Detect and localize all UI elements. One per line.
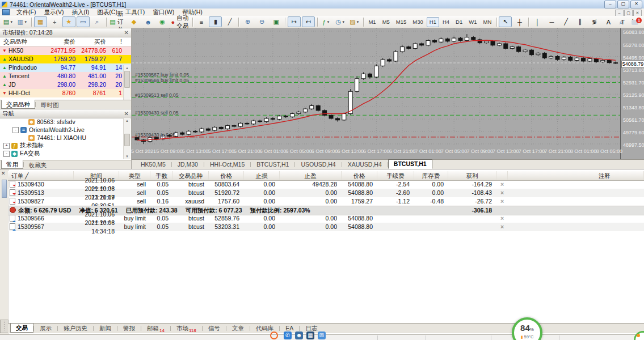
taskbar-app-icon[interactable]: ✆	[284, 332, 292, 339]
close-button[interactable]: ✕	[630, 1, 642, 8]
zoom-in-button[interactable]: ⊕	[241, 16, 254, 27]
taskbar-app-icon[interactable]	[270, 332, 278, 339]
timeframe-m5-button[interactable]: M5	[380, 17, 393, 27]
taskbar-app-icon[interactable]: ▦	[306, 332, 314, 339]
orders-column-3[interactable]: 手数	[150, 171, 173, 180]
market-watch-row-tencent[interactable]: ▲Tencent480.80481.0020	[0, 72, 131, 80]
terminal-vertical-tab[interactable]: ⋮⋮	[0, 320, 9, 333]
market-watch-row-hhi-oct[interactable]: ▼HHI-Oct876087611	[0, 89, 131, 97]
strategy-tester-button[interactable]: ⌕	[91, 16, 104, 27]
text-button[interactable]: A	[602, 16, 615, 27]
price-chart[interactable]	[132, 28, 620, 145]
navigator-tab-1[interactable]: 收藏夹	[24, 160, 52, 169]
navigator-tab-0[interactable]: 常用	[1, 160, 23, 169]
market-watch-row-hk50[interactable]: ▼HK5024771.9524778.05610	[0, 46, 131, 55]
data-window-toggle[interactable]: +	[48, 16, 61, 27]
new-chart-button[interactable]: ▤▼	[2, 16, 15, 27]
menu-item-f[interactable]: 文件(F)	[12, 8, 40, 15]
orders-column-5[interactable]: 价格	[209, 171, 244, 180]
orders-column-11[interactable]: 获利	[448, 171, 496, 180]
terminal-close-icon[interactable]: ✕	[1, 171, 6, 176]
orders-column-8[interactable]: 价格	[342, 171, 377, 180]
terminal-tab-5[interactable]: 邮箱14	[141, 324, 170, 333]
chart-tab-1[interactable]: JD,M30	[172, 160, 204, 169]
market-watch-row-xauusd[interactable]: ▲XAUUSD1759.201759.277	[0, 55, 131, 63]
terminal-tab-3[interactable]: 新闻	[94, 324, 117, 333]
navigator-toggle[interactable]: ★	[62, 16, 75, 27]
market-watch-row-jd[interactable]: ▲JD298.00298.2020	[0, 80, 131, 89]
orders-column-2[interactable]: 类型	[119, 171, 150, 180]
scrollbar-thumb[interactable]	[124, 71, 130, 88]
chart-tab-4[interactable]: USOUSD,H4	[295, 160, 341, 169]
crosshair-button[interactable]: ┼	[513, 16, 526, 27]
chart-shift-button[interactable]: ↤	[302, 16, 315, 27]
tile-windows-button[interactable]: ▣	[270, 16, 283, 27]
navigator-item-ea[interactable]: -◆EA交易	[0, 150, 124, 158]
scrollbar-thumb[interactable]	[124, 134, 130, 146]
timeframe-d1-button[interactable]: D1	[453, 17, 465, 27]
terminal-toggle[interactable]: ▭	[77, 16, 90, 27]
market-watch-row-pinduoduo[interactable]: ▲Pinduoduo94.7794.9114	[0, 63, 131, 72]
navigator-header[interactable]: 导航 ✕	[0, 109, 131, 118]
menu-item-w[interactable]: 窗口(W)	[149, 8, 178, 15]
titlebar[interactable]: 74461: OrientalWealth2-Live - [BTCUST,H1…	[0, 0, 644, 9]
price-axis[interactable]: 56083.8055278.0054495.9053713.8052931.70…	[620, 28, 644, 159]
menu-item-t[interactable]: 工具(T)	[121, 8, 149, 15]
trendline-button[interactable]: ╱	[559, 16, 573, 27]
profiles-button[interactable]: ▥▼	[16, 16, 29, 27]
indicators-button[interactable]: ƒ▼	[319, 16, 332, 27]
autotrading-button[interactable]: ●自动交易	[170, 16, 190, 27]
terminal-tab-8[interactable]: 文章	[226, 324, 250, 333]
terminal-tab-1[interactable]: 展示	[34, 324, 57, 333]
scroll-up-icon[interactable]: ▲	[124, 65, 131, 71]
timeframe-m30-button[interactable]: M30	[410, 17, 426, 27]
market-watch-tab-0[interactable]: 交易品种	[1, 100, 35, 109]
vertical-line-button[interactable]: │	[531, 16, 544, 27]
close-order-icon[interactable]: ×	[496, 197, 508, 206]
terminal-tab-7[interactable]: 信号	[203, 324, 226, 333]
terminal-drag-grip[interactable]	[2, 180, 7, 198]
chart-tab-5[interactable]: XAUUSD,H4	[342, 160, 388, 169]
search-icon[interactable]: ⌕	[614, 17, 628, 28]
zoom-out-button[interactable]: ⊖	[255, 16, 268, 27]
candles-mode-button[interactable]: ▮	[209, 16, 222, 27]
navigator-item-74461lixiaohu[interactable]: ☻74461: LI XIAOHU	[0, 134, 124, 142]
fibonacci-button[interactable]: ≶	[588, 16, 601, 27]
market-watch-column-headers[interactable]: 交易品种卖价买价!	[0, 37, 131, 46]
cursor-button[interactable]: ↖	[499, 16, 512, 27]
timeframe-w1-button[interactable]: W1	[466, 17, 479, 27]
chart-tab-0[interactable]: HK50,M5	[135, 160, 171, 169]
close-order-icon[interactable]: ×	[496, 189, 508, 197]
new-order-button[interactable]: ▤新订单	[108, 16, 126, 27]
orders-column-13[interactable]: 注释	[508, 171, 644, 180]
chart-tab-6[interactable]: BTCUST,H1	[388, 159, 432, 169]
orders-column-6[interactable]: 止损	[244, 171, 280, 180]
market-watch-close-icon[interactable]: ✕	[124, 29, 129, 36]
orders-column-9[interactable]: 手续费	[377, 171, 414, 180]
periods-button[interactable]: ◷▼	[334, 16, 347, 27]
maximize-button[interactable]: ▢	[617, 1, 629, 8]
notifications-icon[interactable]: 1	[632, 19, 641, 27]
order-row-15309567[interactable]: 153095672021.10.06 14:34:18buy limit0.05…	[8, 223, 644, 231]
templates-button[interactable]: ▨▼	[348, 16, 361, 27]
terminal-tab-6[interactable]: 市场118	[171, 324, 202, 333]
metaeditor-button[interactable]: ◆	[128, 16, 141, 27]
minimize-button[interactable]: ‒	[604, 1, 616, 8]
order-row-15309827[interactable]: 153098272021.10.07 06:30:51sell0.16xauus…	[8, 197, 644, 206]
channel-button[interactable]: ∥	[574, 16, 587, 27]
auto-scroll-button[interactable]: ↦	[288, 16, 301, 27]
orders-column-10[interactable]: 库存费	[414, 171, 448, 180]
chart-tab-2[interactable]: HHI-Oct,M15	[204, 160, 250, 169]
menu-item-v[interactable]: 显示(V)	[40, 8, 68, 15]
navigator-item-80563sfsfsdv[interactable]: ☻80563: sfsfsdv	[0, 118, 124, 126]
close-order-icon[interactable]: ×	[496, 180, 508, 189]
market-watch-toggle[interactable]: ▦	[34, 16, 47, 27]
terminal-tab-4[interactable]: 警报	[117, 324, 141, 333]
line-mode-button[interactable]: ╱	[223, 16, 236, 27]
close-order-icon[interactable]: ×	[496, 214, 508, 223]
expand-icon[interactable]: +	[3, 143, 10, 149]
market-watch-header[interactable]: 市场报价: 07:14:28 ✕	[0, 28, 131, 37]
orders-column-12[interactable]	[496, 171, 508, 180]
market-watch-tab-1[interactable]: 即时图	[36, 100, 64, 109]
navigator-item-orientalwealth2live[interactable]: -≡OrientalWealth2-Live	[0, 126, 124, 134]
